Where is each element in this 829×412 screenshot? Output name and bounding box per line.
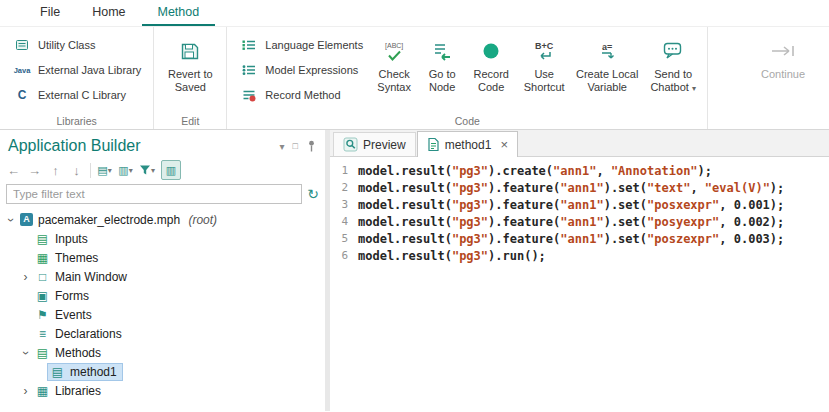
forward-arrow-icon[interactable]: → [27, 161, 42, 179]
tab-method1-label: method1 [445, 138, 492, 152]
close-icon[interactable]: × [500, 139, 508, 151]
tree-item-label: Forms [55, 289, 89, 303]
edit-group-label: Edit [154, 115, 226, 127]
line-number: 5 [330, 232, 358, 245]
back-arrow-icon[interactable]: ← [6, 161, 21, 179]
code-text: model.result("pg3").create("ann1", "Anno… [358, 164, 712, 178]
code-text: model.result("pg3").run(); [358, 249, 546, 263]
main-window-icon: □ [35, 270, 50, 284]
record-code-label: Record Code [468, 68, 514, 93]
continue-label: Continue [761, 68, 805, 81]
utility-class-label: Utility Class [38, 39, 95, 51]
methods-icon: ▤ [35, 346, 50, 360]
tab-method1[interactable]: method1 × [417, 131, 518, 157]
tree-item-declarations[interactable]: ≡Declarations [0, 324, 325, 343]
ribbon-group-code: Language Elements Model Expressions Reco… [227, 27, 708, 129]
code-text: model.result("pg3").feature("ann1").set(… [358, 215, 784, 229]
chatbot-icon [662, 36, 684, 66]
expander-icon[interactable]: › [19, 346, 33, 359]
external-c-library-label: External C Library [38, 89, 126, 101]
method-icon: ▤ [50, 365, 65, 379]
record-code-icon [481, 36, 501, 66]
tab-file[interactable]: File [24, 0, 76, 26]
language-elements-icon [239, 36, 259, 54]
ribbon: Utility Class Java External Java Library… [0, 27, 829, 130]
code-line: 1model.result("pg3").create("ann1", "Ann… [330, 162, 829, 179]
language-elements-button[interactable]: Language Elements [234, 34, 368, 56]
check-syntax-button[interactable]: [ABC] Check Syntax [372, 32, 416, 93]
tree-item-inputs[interactable]: ▤Inputs [0, 229, 325, 248]
expander-icon[interactable]: › [19, 270, 32, 284]
send-to-chatbot-button[interactable]: Send to Chatbot ▾ [646, 32, 700, 95]
external-java-library-button[interactable]: Java External Java Library [7, 59, 146, 81]
node-order-menu-icon[interactable]: ▥▾ [118, 161, 133, 179]
ribbon-group-continue: Continue [746, 27, 829, 129]
create-local-variable-label: Create Local Variable [574, 68, 640, 93]
use-shortcut-button[interactable]: B+C Use Shortcut [520, 32, 568, 93]
ribbon-group-edit: Revert to Saved Edit [154, 27, 227, 129]
chevron-down-icon: ▾ [692, 84, 696, 93]
tab-method[interactable]: Method [142, 0, 216, 26]
continue-arrow-icon [769, 36, 797, 66]
record-method-button[interactable]: Record Method [234, 84, 368, 106]
expander-icon[interactable]: › [4, 213, 18, 226]
go-to-node-button[interactable]: Go to Node [422, 32, 462, 93]
tree-item-methods[interactable]: ›▤Methods [0, 343, 325, 362]
move-down-icon[interactable]: ↓ [69, 161, 84, 179]
tree-item-label: Inputs [55, 232, 88, 246]
filter-input[interactable] [6, 184, 302, 204]
tab-preview[interactable]: Preview [333, 132, 416, 156]
code-text: model.result("pg3").feature("ann1").set(… [358, 232, 784, 246]
use-shortcut-label: Use Shortcut [520, 68, 568, 93]
code-editor[interactable]: 1model.result("pg3").create("ann1", "Ann… [330, 157, 829, 411]
preview-icon [343, 137, 358, 152]
record-method-icon [239, 86, 259, 104]
libraries-icon: ▦ [35, 384, 50, 398]
line-number: 3 [330, 198, 358, 211]
tab-home[interactable]: Home [76, 0, 141, 26]
model-expressions-button[interactable]: Model Expressions [234, 59, 368, 81]
main-area: Application Builder ▾ □ ← → ↑ ↓ ▤▾ ▥▾ [0, 130, 829, 411]
tree-item-label: Main Window [55, 270, 127, 284]
external-c-library-button[interactable]: C External C Library [7, 84, 146, 106]
expander-icon[interactable]: › [19, 384, 32, 398]
move-up-icon[interactable]: ↑ [48, 161, 63, 179]
send-to-chatbot-label: Send to Chatbot ▾ [646, 68, 700, 95]
node-group-menu-icon[interactable]: ▤▾ [97, 161, 112, 179]
create-local-variable-button[interactable]: a= Create Local Variable [574, 32, 640, 93]
tab-preview-label: Preview [363, 138, 406, 152]
line-number: 2 [330, 181, 358, 194]
continue-button[interactable]: Continue [753, 32, 813, 81]
tree-item-label: method1 [70, 365, 117, 379]
method-document-icon [427, 137, 440, 152]
tree-item-pacemaker-electrode-mph[interactable]: ›Apacemaker_electrode.mph (root) [0, 210, 325, 229]
revert-to-saved-label: Revert to Saved [165, 68, 215, 93]
tree-item-events[interactable]: ⚑Events [0, 305, 325, 324]
record-code-button[interactable]: Record Code [468, 32, 514, 93]
external-java-library-label: External Java Library [38, 64, 141, 76]
filter-funnel-icon[interactable]: ▾ [139, 161, 155, 179]
tree-item-libraries[interactable]: ›▦Libraries [0, 381, 325, 400]
show-editor-tools-toggle-icon[interactable]: ▥ [161, 160, 181, 180]
code-line: 5model.result("pg3").feature("ann1").set… [330, 230, 829, 247]
tree-item-themes[interactable]: ▦Themes [0, 248, 325, 267]
tree-item-method1[interactable]: ▤method1 [0, 362, 325, 381]
floppy-disk-icon [179, 36, 201, 66]
toolbar-divider [90, 163, 91, 178]
pin-panel-icon[interactable] [306, 140, 317, 152]
refresh-icon[interactable]: ↻ [307, 187, 319, 201]
tree-item-label: pacemaker_electrode.mph [38, 213, 180, 227]
app-tree: ›Apacemaker_electrode.mph (root)▤Inputs▦… [0, 207, 325, 411]
check-syntax-label: Check Syntax [372, 68, 416, 93]
utility-class-button[interactable]: Utility Class [7, 34, 146, 56]
check-syntax-icon: [ABC] [385, 36, 403, 66]
editor-tabbar: Preview method1 × [330, 130, 829, 157]
tree-item-forms[interactable]: ▣Forms [0, 286, 325, 305]
tree-item-main-window[interactable]: ›□Main Window [0, 267, 325, 286]
minimize-panel-icon[interactable]: ▾ [280, 141, 285, 152]
ribbon-group-libraries: Utility Class Java External Java Library… [0, 27, 154, 129]
ribbon-tab-strip: File Home Method [0, 0, 829, 27]
revert-to-saved-button[interactable]: Revert to Saved [161, 32, 219, 93]
code-line: 6model.result("pg3").run(); [330, 247, 829, 264]
float-panel-icon[interactable]: □ [293, 141, 298, 151]
